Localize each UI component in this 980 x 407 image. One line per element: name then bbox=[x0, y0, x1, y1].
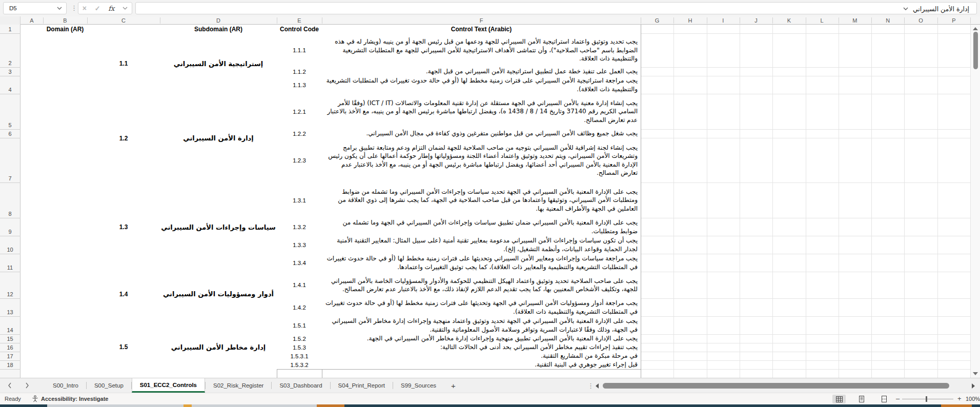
cell-control-code-1.5.3[interactable]: 1.5.3 bbox=[277, 343, 322, 352]
normal-view-button[interactable] bbox=[832, 395, 846, 403]
accessibility-icon[interactable] bbox=[32, 395, 38, 402]
column-header-P[interactable]: P bbox=[937, 16, 970, 25]
accessibility-status-label[interactable]: Accessibility: Investigate bbox=[41, 396, 108, 402]
prev-sheet-icon[interactable] bbox=[7, 382, 12, 389]
sheet-tab-S01_ECC2_Controls[interactable]: S01_ECC2_Controls bbox=[132, 378, 205, 393]
next-sheet-icon[interactable] bbox=[25, 382, 30, 389]
cell-subdomain-code-1.2[interactable]: 1.2 bbox=[87, 94, 160, 182]
cell-control-code-1.4.2[interactable]: 1.4.2 bbox=[277, 298, 322, 316]
cell-subdomain-code-1.1[interactable]: 1.1 bbox=[87, 33, 160, 94]
cell-control-code-1.5.2[interactable]: 1.5.2 bbox=[277, 334, 322, 343]
cell-control-code-1.5.3.1[interactable]: 1.5.3.1 bbox=[277, 352, 322, 360]
control-text: يجب على الإدارة المعنية بالأمن السيبراني… bbox=[325, 188, 638, 213]
cell-control-text-1.3.2[interactable]: يجب على الإدارة المعنية بالأمن السيبراني… bbox=[322, 218, 641, 236]
cell-control-code-1.1.1[interactable]: 1.1.1 bbox=[277, 33, 322, 67]
more-sheets-icon[interactable]: ⋮ bbox=[587, 382, 594, 390]
column-header-D[interactable]: D bbox=[160, 16, 277, 25]
column-header-F[interactable]: F bbox=[322, 16, 641, 25]
sheet-tab-S00_Setup[interactable]: S00_Setup bbox=[87, 378, 131, 393]
cell-control-text-1.4.2[interactable]: يجب مراجعة أدوار ومسؤوليات الأمن السيبرا… bbox=[322, 298, 641, 316]
zoom-in-button[interactable]: + bbox=[957, 395, 962, 402]
cell-subdomain-name-1.1[interactable]: إستراتيجية الأمن السيبراني bbox=[160, 33, 277, 94]
column-header-J[interactable]: J bbox=[740, 16, 772, 25]
cell-control-text-1.1.3[interactable]: يجب مراجعة استراتيجية الأمن السيبراني عل… bbox=[322, 76, 641, 94]
control-text: قبل إجراء تغيير جوهري في البنية التقنية. bbox=[325, 360, 638, 369]
control-text: يجب على الإدارة المعنية بالأمن السيبراني… bbox=[325, 317, 638, 334]
column-header-K[interactable]: K bbox=[772, 16, 805, 25]
cell-control-text-1.5.1[interactable]: يجب على الإدارة المعنية بالأمن السيبراني… bbox=[322, 316, 641, 334]
column-header-I[interactable]: I bbox=[707, 16, 740, 25]
cell-control-text-1.5.3.2[interactable]: قبل إجراء تغيير جوهري في البنية التقنية. bbox=[322, 360, 641, 369]
column-header-M[interactable]: M bbox=[839, 16, 871, 25]
header-cell-blank[interactable] bbox=[87, 25, 160, 33]
sheet-tab-S99_Sources[interactable]: S99_Sources bbox=[393, 378, 444, 393]
control-text: يجب أن تكون سياسات وإجراءات الأمن السيبر… bbox=[325, 236, 638, 253]
cell-control-code-1.5.1[interactable]: 1.5.1 bbox=[277, 316, 322, 334]
cell-control-code-1.3.4[interactable]: 1.3.4 bbox=[277, 254, 322, 272]
header-cell-control-code[interactable]: Control Code bbox=[277, 25, 322, 33]
cell-subdomain-code-1.5[interactable]: 1.5 bbox=[87, 316, 160, 378]
scroll-down-icon[interactable] bbox=[973, 372, 978, 375]
zoom-out-button[interactable]: – bbox=[896, 395, 900, 402]
cell-domain-merged[interactable] bbox=[43, 33, 87, 378]
cell-control-code-1.2.2[interactable]: 1.2.2 bbox=[277, 129, 322, 138]
column-header-C[interactable]: C bbox=[87, 16, 160, 25]
hscroll-right-icon[interactable] bbox=[972, 383, 975, 389]
column-header-B[interactable]: B bbox=[43, 16, 87, 25]
header-cell-subdomain[interactable]: Subdomain (AR) bbox=[160, 25, 277, 33]
cell-subdomain-name-1.5[interactable]: إدارة مخاطر الأمن السيبراني bbox=[160, 316, 277, 378]
cell-subdomain-name-1.4[interactable]: أدوار ومسؤوليات الأمن السيبراني bbox=[160, 272, 277, 316]
column-header-G[interactable]: G bbox=[641, 16, 673, 25]
page-layout-view-button[interactable] bbox=[855, 395, 868, 403]
cell-control-code-1.2.3[interactable]: 1.2.3 bbox=[277, 138, 322, 182]
sheet-tab-S03_Dashboard[interactable]: S03_Dashboard bbox=[272, 378, 330, 393]
cell-control-code-1.3.3[interactable]: 1.3.3 bbox=[277, 236, 322, 254]
horizontal-scrollbar[interactable] bbox=[603, 383, 968, 389]
cell-control-text-1.1.1[interactable]: يجب تحديد وتوثيق واعتماد استراتيجية الأم… bbox=[322, 33, 641, 67]
column-header-N[interactable]: N bbox=[871, 16, 904, 25]
cell-control-text-1.5.2[interactable]: يجب على الإدارة المعنية بالأمن السيبراني… bbox=[322, 334, 641, 343]
header-cell-domain[interactable]: Domain (AR) bbox=[43, 25, 87, 33]
horizontal-scrollbar-thumb[interactable] bbox=[603, 383, 949, 389]
column-header-E[interactable]: E bbox=[277, 16, 322, 25]
cell-subdomain-name-1.2[interactable]: إدارة الأمن السيبراني bbox=[160, 94, 277, 182]
header-cell-control-text[interactable]: Control Text (Arabic) bbox=[322, 25, 641, 33]
cell-control-text-1.4.1[interactable]: يجب على صاحب الصلاحية تحديد وتوثيق واعتم… bbox=[322, 272, 641, 298]
cell-subdomain-code-1.3[interactable]: 1.3 bbox=[87, 182, 160, 272]
hscroll-left-icon[interactable] bbox=[596, 383, 599, 389]
sheet-tab-S00_Intro[interactable]: S00_Intro bbox=[45, 378, 86, 393]
cell-control-text-1.5.3.1[interactable]: في مرحلة مبكرة من المشاريع التقنية. bbox=[322, 352, 641, 360]
zoom-slider-track[interactable] bbox=[902, 399, 953, 399]
cell-control-code-1.4.1[interactable]: 1.4.1 bbox=[277, 272, 322, 298]
cell-control-code-1.1.3[interactable]: 1.1.3 bbox=[277, 76, 322, 94]
vertical-scrollbar-thumb[interactable] bbox=[973, 32, 978, 69]
page-break-view-button[interactable] bbox=[877, 395, 891, 403]
sheet-tab-S02_Risk_Register[interactable]: S02_Risk_Register bbox=[206, 378, 271, 393]
zoom-slider-thumb[interactable] bbox=[926, 396, 927, 402]
cell-control-text-1.3.1[interactable]: يجب على الإدارة المعنية بالأمن السيبراني… bbox=[322, 182, 641, 218]
vertical-scrollbar[interactable] bbox=[970, 25, 980, 378]
add-sheet-button[interactable]: + bbox=[444, 378, 463, 393]
taskbar-sliver bbox=[0, 404, 980, 407]
cell-control-text-1.3.3[interactable]: يجب أن تكون سياسات وإجراءات الأمن السيبر… bbox=[322, 236, 641, 254]
column-header-H[interactable]: H bbox=[673, 16, 706, 25]
cell-control-code-1.3.2[interactable]: 1.3.2 bbox=[277, 218, 322, 236]
cell-control-code-1.3.1[interactable]: 1.3.1 bbox=[277, 182, 322, 218]
column-header-O[interactable]: O bbox=[904, 16, 937, 25]
column-header-A[interactable]: A bbox=[21, 16, 43, 25]
scroll-up-icon[interactable] bbox=[973, 27, 978, 30]
zoom-level-label[interactable]: 100% bbox=[966, 396, 980, 402]
column-header-L[interactable]: L bbox=[806, 16, 839, 25]
cell-control-text-1.5.3[interactable]: يجب تنفيذ إجراءات تقييم مخاطر الأمن السي… bbox=[322, 343, 641, 352]
cell-control-code-1.2.1[interactable]: 1.2.1 bbox=[277, 94, 322, 129]
cell-subdomain-name-1.3[interactable]: سياسات وإجراءات الأمن السيبراني bbox=[160, 182, 277, 272]
cell-control-text-1.2.1[interactable]: يجب إنشاء إدارة معنية بالأمن السيبراني ف… bbox=[322, 94, 641, 129]
cell-control-code-1.1.2[interactable]: 1.1.2 bbox=[277, 67, 322, 76]
cell-control-text-1.3.4[interactable]: يجب مراجعة سياسات وإجراءات ومعايير الأمن… bbox=[322, 254, 641, 272]
cell-subdomain-code-1.4[interactable]: 1.4 bbox=[87, 272, 160, 316]
cell-control-code-1.5.3.2[interactable]: 1.5.3.2 bbox=[277, 360, 322, 369]
cell-control-text-1.2.2[interactable]: يجب شغل جميع وظائف الأمن السيبراني من قب… bbox=[322, 129, 641, 138]
sheet-tab-S04_Print_Report[interactable]: S04_Print_Report bbox=[331, 378, 393, 393]
cell-control-text-1.2.3[interactable]: يجب إنشاء لجنة إشرافية للأمن السيبراني ب… bbox=[322, 138, 641, 182]
cell-control-text-1.1.2[interactable]: يجب العمل على تنفيذ خطة عمل لتطبيق استرا… bbox=[322, 67, 641, 76]
